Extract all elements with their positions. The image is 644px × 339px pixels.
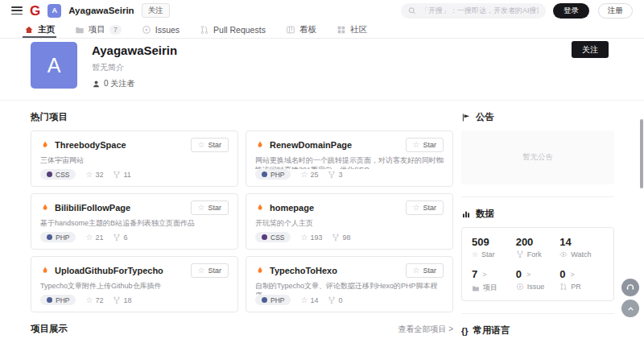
star-icon: ☆	[413, 267, 420, 275]
pull-request-icon	[559, 283, 568, 291]
language-pill: PHP	[40, 295, 76, 305]
chevron-up-icon	[625, 304, 636, 314]
tab-label: 看板	[299, 24, 316, 35]
language-name: PHP	[270, 171, 284, 179]
community-grid-icon	[336, 25, 346, 35]
language-name: PHP	[270, 296, 284, 304]
search-box[interactable]	[401, 3, 546, 19]
divider	[461, 313, 614, 314]
divider	[461, 196, 614, 197]
project-name-link[interactable]: BilibiliFollowPage	[55, 203, 130, 213]
fork-count: 18	[113, 296, 131, 304]
fork-count: 98	[332, 234, 350, 242]
star-button[interactable]: ☆Star	[406, 263, 444, 278]
star-button[interactable]: ☆Star	[406, 138, 444, 152]
stat-cell-issues[interactable]: 0> Issue	[516, 268, 560, 293]
tab-pull-requests[interactable]: Pull Requests	[200, 21, 266, 38]
back-to-top-fab[interactable]	[621, 300, 639, 317]
tab-label: 项目	[89, 24, 105, 35]
star-button[interactable]: ☆Star	[191, 201, 229, 215]
tab-label: Pull Requests	[213, 25, 266, 35]
project-description: 网站更换域名时的一个跳转提示页面，对访客友好的同时蜘蛛访问时直接301重定向，优…	[255, 155, 444, 169]
stat-cell-prs[interactable]: 0> PR	[559, 268, 604, 293]
star-icon: ☆	[198, 204, 205, 212]
menu-icon[interactable]	[11, 6, 23, 14]
tab-projects[interactable]: 项目 7	[75, 21, 122, 38]
flame-icon	[255, 140, 265, 150]
language-dot	[262, 234, 267, 240]
project-name-link[interactable]: homepage	[270, 203, 314, 213]
tab-community[interactable]: 社区	[336, 21, 367, 38]
fork-icon	[113, 296, 121, 304]
project-card: homepage ☆Star 开玩笑的个人主页 CSS ☆193 98	[246, 193, 453, 250]
tab-board[interactable]: 看板	[286, 21, 316, 38]
project-name-link[interactable]: RenewDomainPage	[270, 140, 352, 150]
home-icon	[24, 25, 34, 35]
language-dot	[262, 297, 267, 303]
language-dot	[47, 297, 52, 303]
project-name-link[interactable]: UploadGithubForTypecho	[55, 266, 163, 275]
star-icon: ☆	[85, 171, 93, 179]
project-name-link[interactable]: ThreebodySpace	[55, 140, 126, 150]
star-count: ☆32	[85, 171, 103, 179]
project-description: 基于handsome主题的B站追番列表独立页面作品	[40, 218, 229, 228]
star-count: ☆25	[300, 171, 318, 179]
fork-icon	[113, 234, 121, 242]
stat-cell-fork: 200 Fork	[516, 236, 560, 258]
fork-icon	[328, 296, 336, 304]
sidebar: 公告 暂无公告 数据 509 ☆Star 200 Fork 14 Watch	[461, 111, 614, 339]
user-avatar-chip[interactable]: A	[47, 4, 61, 18]
project-name-link[interactable]: TypechoToHexo	[270, 266, 337, 275]
fork-count: 0	[328, 296, 342, 304]
main-column: 热门项目 ThreebodySpace ☆Star 三体宇宙网站 CSS ☆32…	[31, 111, 453, 339]
star-count: ☆21	[85, 234, 103, 242]
eye-icon	[559, 250, 568, 258]
star-icon: ☆	[413, 204, 420, 212]
star-button[interactable]: ☆Star	[191, 138, 229, 152]
tab-label: 主页	[38, 24, 55, 35]
announcement-empty-text: 暂无公告	[522, 152, 553, 163]
language-pill: PHP	[40, 232, 76, 242]
tab-label: Issues	[155, 25, 180, 35]
star-icon: ☆	[85, 296, 93, 304]
stat-cell-star: 509 ☆Star	[472, 236, 516, 258]
project-description: Typecho文章附件上传Github仓库插件	[40, 281, 229, 291]
followers-count: 0 关注者	[104, 78, 134, 89]
language-pill: CSS	[40, 169, 76, 180]
fork-icon	[113, 171, 121, 179]
stat-cell-projects[interactable]: 7> 项目	[472, 268, 516, 293]
language-dot	[47, 234, 52, 240]
hot-projects-grid: ThreebodySpace ☆Star 三体宇宙网站 CSS ☆32 11 R…	[31, 130, 453, 312]
follow-button[interactable]: 关注	[572, 41, 609, 58]
topbar-username[interactable]: AyagawaSeirin	[68, 6, 134, 15]
project-description: 三体宇宙网站	[40, 155, 229, 165]
scrollbar-thumb[interactable]	[640, 119, 643, 188]
profile-avatar[interactable]: A	[31, 42, 77, 89]
tab-home[interactable]: 主页	[24, 21, 55, 38]
profile-bio: 暂无简介	[92, 62, 644, 73]
view-all-projects-link[interactable]: 查看全部项目 >	[398, 324, 453, 335]
fork-count: 3	[328, 171, 342, 179]
kanban-icon	[286, 25, 295, 35]
star-icon: ☆	[300, 171, 308, 179]
flame-icon	[255, 203, 265, 213]
search-input[interactable]	[421, 6, 539, 14]
stats-box: 509 ☆Star 200 Fork 14 Watch 7> 项目 0> Iss…	[461, 227, 614, 301]
chevron-right-icon: >	[482, 271, 486, 279]
language-name: PHP	[56, 234, 69, 242]
star-button[interactable]: ☆Star	[406, 201, 444, 215]
star-icon: ☆	[300, 296, 308, 304]
stats-title: 数据	[476, 208, 494, 220]
service-fab[interactable]	[621, 279, 639, 296]
fork-count: 11	[113, 171, 130, 179]
profile-header: A AyagawaSeirin 暂无简介 0 关注者 关注	[0, 39, 644, 101]
language-name: CSS	[56, 171, 69, 179]
login-button[interactable]: 登录	[553, 3, 589, 19]
gitee-logo[interactable]: G	[30, 4, 40, 18]
topbar-follow-button[interactable]: 关注	[142, 3, 170, 18]
register-button[interactable]: 注册	[598, 3, 633, 19]
star-button[interactable]: ☆Star	[191, 263, 229, 278]
followers-row[interactable]: 0 关注者	[92, 78, 644, 89]
fork-icon	[328, 171, 336, 179]
tab-issues[interactable]: Issues	[142, 21, 180, 38]
